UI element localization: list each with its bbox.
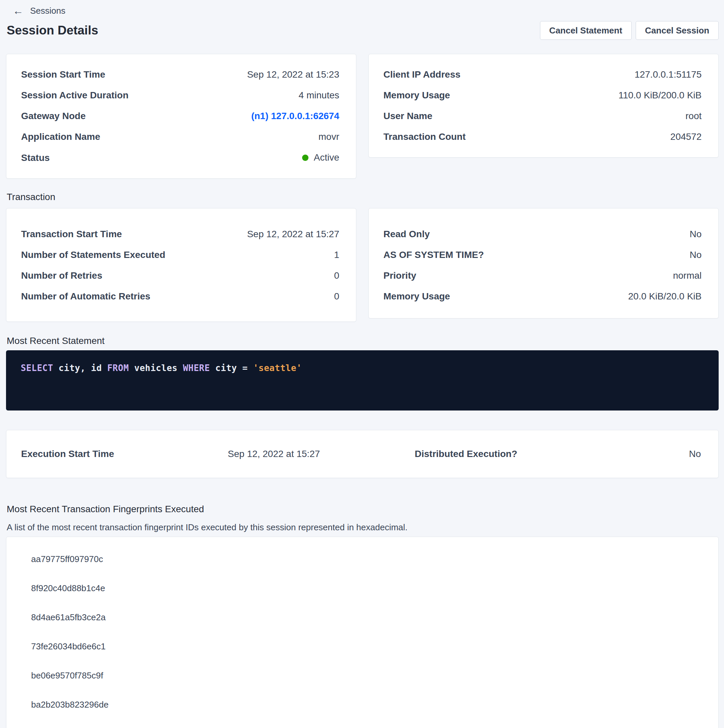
arrow-left-icon: ← xyxy=(13,5,23,17)
summary-row: Number of Automatic Retries0 xyxy=(21,291,339,301)
summary-row: StatusActive xyxy=(21,153,339,163)
row-value: 204572 xyxy=(670,132,702,142)
row-label: Application Name xyxy=(21,132,100,142)
row-label: Client IP Address xyxy=(383,70,460,80)
summary-row: Number of Retries0 xyxy=(21,271,339,281)
session-summary-card-left: Session Start TimeSep 12, 2022 at 15:23S… xyxy=(6,54,356,179)
row-label: Session Start Time xyxy=(21,70,106,80)
row-value: 1 xyxy=(334,250,339,260)
row-value: 0 xyxy=(334,291,339,301)
fingerprint-id: aa79775ff097970c xyxy=(31,554,702,564)
cancel-session-button[interactable]: Cancel Session xyxy=(636,21,719,40)
row-value: Sep 12, 2022 at 15:27 xyxy=(247,229,339,239)
summary-row: Memory Usage20.0 KiB/20.0 KiB xyxy=(383,291,702,301)
breadcrumb-back-sessions[interactable]: ← Sessions xyxy=(6,3,66,17)
session-summary-card-right: Client IP Address127.0.0.1:51175Memory U… xyxy=(368,54,719,158)
sql-token-keyword: SELECT xyxy=(21,363,53,373)
fingerprints-card: aa79775ff097970c8f920c40d88b1c4e8d4ae61a… xyxy=(6,537,719,728)
transaction-card-left: Transaction Start TimeSep 12, 2022 at 15… xyxy=(6,208,356,322)
row-label: User Name xyxy=(383,111,432,121)
fingerprints-section-description: A list of the most recent transaction fi… xyxy=(7,522,719,532)
row-value: 110.0 KiB/200.0 KiB xyxy=(618,90,702,100)
transaction-section-heading: Transaction xyxy=(7,191,719,203)
summary-row: Number of Statements Executed1 xyxy=(21,250,339,260)
row-label: AS OF SYSTEM TIME? xyxy=(383,250,484,260)
fingerprint-id: 8d4ae61a5fb3ce2a xyxy=(31,613,702,622)
execution-start-time-label: Execution Start Time xyxy=(21,449,228,459)
row-value: No xyxy=(690,229,702,239)
summary-row: Prioritynormal xyxy=(383,271,702,281)
breadcrumb-label: Sessions xyxy=(30,5,66,17)
sql-token-keyword: FROM xyxy=(107,363,129,373)
summary-row: Transaction Start TimeSep 12, 2022 at 15… xyxy=(21,229,339,239)
summary-row: Session Start TimeSep 12, 2022 at 15:23 xyxy=(21,70,339,80)
page-header: Session Details Cancel Statement Cancel … xyxy=(6,21,719,40)
summary-row: Application Namemovr xyxy=(21,132,339,142)
row-label: Number of Retries xyxy=(21,271,103,281)
transaction-cards-row: Transaction Start TimeSep 12, 2022 at 15… xyxy=(6,208,719,322)
row-label: Number of Automatic Retries xyxy=(21,291,150,301)
row-value: normal xyxy=(673,271,702,281)
sql-token-keyword: WHERE xyxy=(183,363,210,373)
sql-token-string: 'seattle' xyxy=(253,363,302,373)
cancel-statement-button[interactable]: Cancel Statement xyxy=(540,21,632,40)
row-label: Gateway Node xyxy=(21,111,86,121)
summary-row: Gateway Node(n1) 127.0.0.1:62674 xyxy=(21,111,339,121)
fingerprints-section-heading: Most Recent Transaction Fingerprints Exe… xyxy=(7,503,719,515)
session-summary-row: Session Start TimeSep 12, 2022 at 15:23S… xyxy=(6,54,719,179)
sql-token-plain: vehicles xyxy=(129,363,183,373)
status-badge: Active xyxy=(302,153,339,163)
execution-start-time-value: Sep 12, 2022 at 15:27 xyxy=(228,449,415,459)
row-label: Transaction Count xyxy=(383,132,466,142)
header-actions: Cancel Statement Cancel Session xyxy=(540,21,719,40)
sql-token-plain: city, id xyxy=(53,363,107,373)
row-label: Memory Usage xyxy=(383,291,450,301)
row-label: Memory Usage xyxy=(383,90,450,100)
row-value: 4 minutes xyxy=(299,90,339,100)
sql-token-plain: city = xyxy=(210,363,253,373)
summary-row: Read OnlyNo xyxy=(383,229,702,239)
summary-row: AS OF SYSTEM TIME?No xyxy=(383,250,702,260)
row-value: 127.0.0.1:51175 xyxy=(635,70,702,80)
row-label: Transaction Start Time xyxy=(21,229,122,239)
row-label: Number of Statements Executed xyxy=(21,250,165,260)
row-value: Sep 12, 2022 at 15:23 xyxy=(247,70,339,80)
summary-row: Transaction Count204572 xyxy=(383,132,702,142)
summary-row: User Nameroot xyxy=(383,111,702,121)
status-text: Active xyxy=(314,153,339,163)
summary-row: Client IP Address127.0.0.1:51175 xyxy=(383,70,702,80)
most-recent-statement-heading: Most Recent Statement xyxy=(7,335,719,347)
sql-statement-text: SELECT city, id FROM vehicles WHERE city… xyxy=(21,363,704,373)
row-label: Priority xyxy=(383,271,416,281)
gateway-node-link[interactable]: (n1) 127.0.0.1:62674 xyxy=(251,111,339,121)
transaction-card-right: Read OnlyNoAS OF SYSTEM TIME?NoPriorityn… xyxy=(368,208,719,318)
sql-statement-box: SELECT city, id FROM vehicles WHERE city… xyxy=(6,350,719,410)
row-value: 0 xyxy=(334,271,339,281)
summary-row: Session Active Duration4 minutes xyxy=(21,90,339,100)
row-value: root xyxy=(686,111,702,121)
page-title: Session Details xyxy=(7,21,98,40)
fingerprint-id: ba2b203b823296de xyxy=(31,700,702,709)
fingerprint-id: 8f920c40d88b1c4e xyxy=(31,583,702,593)
status-dot-icon xyxy=(302,154,308,161)
session-details-page: ← Sessions Session Details Cancel Statem… xyxy=(0,0,724,728)
fingerprint-id: 73fe26034bd6e6c1 xyxy=(31,642,702,651)
row-label: Status xyxy=(21,153,50,163)
row-value: 20.0 KiB/20.0 KiB xyxy=(628,291,702,301)
row-label: Read Only xyxy=(383,229,430,239)
distributed-execution-value: No xyxy=(689,449,701,459)
row-value: No xyxy=(690,250,702,260)
summary-row: Memory Usage110.0 KiB/200.0 KiB xyxy=(383,90,702,100)
row-label: Session Active Duration xyxy=(21,90,129,100)
distributed-execution-label: Distributed Execution? xyxy=(415,449,689,459)
execution-summary-card: Execution Start Time Sep 12, 2022 at 15:… xyxy=(6,430,719,478)
row-value: movr xyxy=(318,132,339,142)
fingerprint-id: be06e9570f785c9f xyxy=(31,671,702,680)
